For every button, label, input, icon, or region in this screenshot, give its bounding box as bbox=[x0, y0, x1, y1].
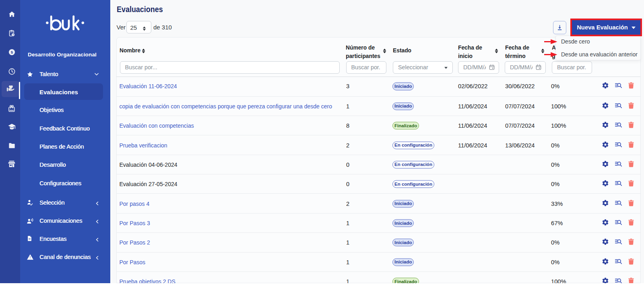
svg-text:$: $ bbox=[10, 50, 13, 54]
